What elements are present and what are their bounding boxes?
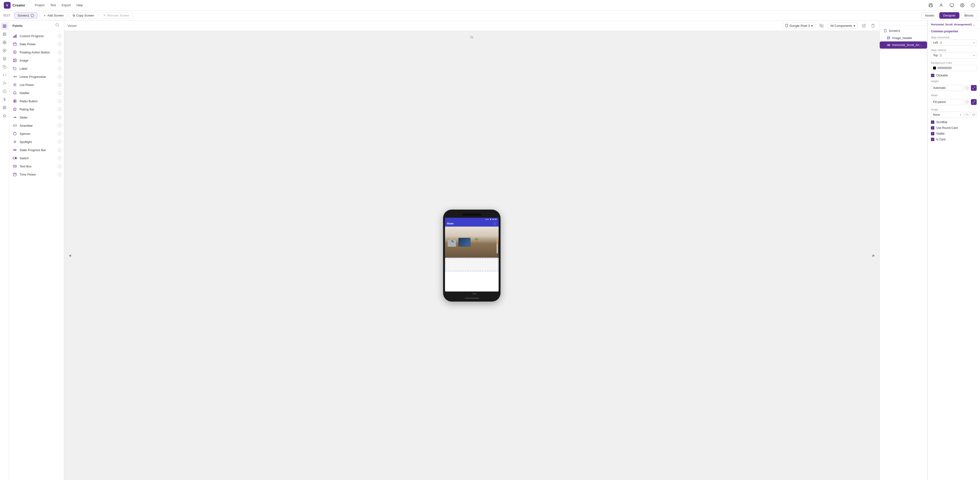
upload-image-button[interactable] [964,112,970,118]
copy-screen-button[interactable]: ⧉ Copy Screen [69,12,98,19]
use-round-card-checkbox[interactable]: ✓ [931,126,934,129]
monitor-icon[interactable] [948,2,955,9]
spotlight-info[interactable]: i [58,140,62,144]
screen1-tab[interactable]: Screen1 [14,12,38,19]
palette-item-state-progress-bar[interactable]: State Progress Bar i [9,146,64,154]
tree-item-screen1[interactable]: Screen1 [880,27,927,34]
palette-item-spinner[interactable]: Spinner i [9,129,64,138]
nav-test[interactable]: Test [50,3,56,7]
add-screen-button[interactable]: ＋ Add Screen [40,12,67,19]
assets-button[interactable]: Assets [921,12,938,19]
width-input[interactable]: Fill parent [931,99,963,105]
phone-home-indicator[interactable] [473,293,476,294]
linear-progressbar-info[interactable]: i [58,75,62,78]
table-icon[interactable] [1,31,8,38]
slider-info[interactable]: i [58,115,62,119]
palette-item-switch[interactable]: Switch i [9,154,64,162]
settings-icon[interactable] [959,2,966,9]
palette-item-list-picker[interactable]: List Picker i [9,81,64,89]
blocks-button[interactable]: Blocks [961,12,977,19]
nav-export[interactable]: Export [62,3,71,7]
google-icon[interactable] [1,88,8,95]
palette-item-slider[interactable]: Slider i [9,113,64,121]
palette-item-custom-progress[interactable]: Custom Progress i [9,32,64,40]
palette-item-image[interactable]: Image i [9,56,64,64]
date-picker-info[interactable]: i [58,42,62,46]
clickable-checkbox[interactable]: ✓ [931,74,934,77]
align-horizontal-select[interactable]: Left : 1 ▾ [931,40,977,46]
palette-item-radio-button[interactable]: Radio Button i [9,97,64,105]
palette-item-time-picker[interactable]: Time Picker i [9,170,64,179]
width-fill-icon-button[interactable] [971,99,977,105]
palette-search-icon[interactable] [55,23,60,28]
grid-icon[interactable] [1,104,8,111]
phone-back-button[interactable]: ‹ [467,293,468,295]
custom-progress-info[interactable]: i [58,34,62,38]
rating-bar-info[interactable]: i [58,107,62,111]
height-input[interactable]: Automatic [931,85,963,91]
height-fill-icon-button[interactable] [971,85,977,91]
code-icon[interactable] [1,72,8,78]
palette-item-spotlight[interactable]: Spotlight i [9,138,64,146]
tree-item-image-header[interactable]: Image_header [880,34,927,41]
text-box-info[interactable]: i [58,164,62,168]
scrollbar-checkbox[interactable]: ✓ [931,121,934,124]
spinner-info[interactable]: i [58,132,62,136]
nav-help[interactable]: Help [76,3,83,7]
tree-item-horizontal-scroll[interactable]: Horizontal_Scroll_Arr... [880,41,927,49]
delete-icon[interactable] [870,22,876,29]
open-image-button[interactable] [971,112,977,118]
copy-icon[interactable] [1,63,8,70]
notifier-info[interactable]: i [58,91,62,95]
nav-project[interactable]: Project [35,3,44,7]
palette-item-label[interactable]: Label i [9,64,64,73]
height-auto-icon-button[interactable] [964,85,970,91]
remove-screen-button[interactable]: ✕ Remove Screen [100,12,133,19]
edit-icon[interactable] [861,22,867,29]
background-color-input[interactable]: #00000000 [931,65,977,71]
snackbar-info[interactable]: i [58,124,62,128]
palette-item-snackbar[interactable]: Snackbar i [9,121,64,129]
radio-button-info[interactable]: i [58,99,62,103]
label-info[interactable]: i [58,67,62,70]
switch-info[interactable]: i [58,156,62,160]
palette-item-date-picker[interactable]: Date Picker i [9,40,64,48]
align-vertical-select[interactable]: Top : 1 ▾ [931,52,977,59]
fab-info[interactable]: i [58,50,62,54]
palette-item-text-box[interactable]: Text Box i [9,162,64,170]
time-picker-info[interactable]: i [58,172,62,176]
palette-item-rating-bar[interactable]: Rating Bar i [9,105,64,113]
state-progress-bar-info[interactable]: i [58,148,62,152]
phone-menu-dots[interactable]: ⋮ [493,222,497,226]
globe-icon[interactable] [1,39,8,46]
image-select[interactable]: None ▾ [931,112,963,118]
rss-icon[interactable] [1,80,8,87]
designer-button[interactable]: Designer [939,12,959,19]
eye-off-icon[interactable] [818,22,825,29]
svg-point-43 [14,60,14,60]
zoom-out-button[interactable] [469,34,475,40]
layers-icon[interactable] [1,55,8,62]
image-info[interactable]: i [58,59,62,62]
dollar-icon[interactable] [1,96,8,103]
device-selector[interactable]: Google Pixel 3 ▾ [782,23,816,29]
save-icon[interactable] [928,2,934,9]
palette-item-fab[interactable]: Floating Action Button i [9,48,64,56]
component-tree-panel: Screen1 Image_header Horizontal_Scroll_A… [880,21,928,480]
palette-icon[interactable] [1,22,8,30]
height-label: Height [931,80,977,83]
prev-screen-arrow[interactable]: ◀ [67,252,73,259]
palette-item-linear-progressbar[interactable]: Linear Progressbar i [9,73,64,81]
star-icon[interactable] [1,112,8,119]
next-screen-arrow[interactable]: ▶ [870,252,877,259]
profile-icon[interactable] [969,2,976,9]
custom-progress-icon [13,33,17,38]
visible-checkbox[interactable]: ✓ [931,132,934,136]
all-components-filter[interactable]: All Components ▾ [827,23,858,29]
compass-icon[interactable] [1,47,8,54]
user-icon[interactable] [938,2,945,9]
list-picker-info[interactable]: i [58,83,62,87]
width-auto-icon-button[interactable] [964,99,970,105]
palette-item-notifier[interactable]: Notifier i [9,89,64,97]
is-card-checkbox[interactable]: ✓ [931,138,934,141]
